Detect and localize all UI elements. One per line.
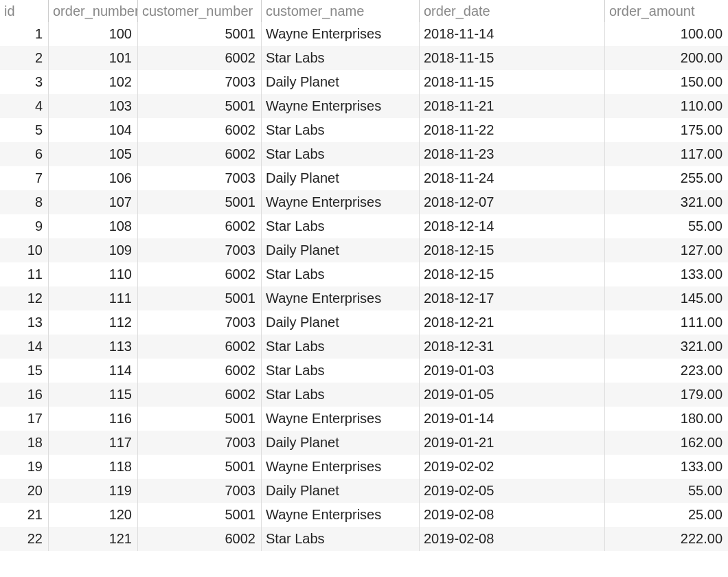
cell-customer-name: Star Labs: [261, 527, 419, 551]
cell-id: 17: [0, 407, 48, 431]
table-row[interactable]: 151146002Star Labs2019-01-03223.00: [0, 359, 728, 383]
cell-customer-name: Wayne Enterprises: [261, 286, 419, 310]
cell-customer-number: 6002: [137, 46, 261, 70]
table-row[interactable]: 201197003Daily Planet2019-02-0555.00: [0, 479, 728, 503]
cell-customer-name: Star Labs: [261, 262, 419, 286]
cell-customer-name: Wayne Enterprises: [261, 407, 419, 431]
table-row[interactable]: 131127003Daily Planet2018-12-21111.00: [0, 310, 728, 335]
cell-customer-number: 5001: [137, 455, 261, 479]
cell-order-amount: 55.00: [604, 214, 728, 238]
cell-order-date: 2018-11-22: [419, 118, 604, 142]
cell-order-amount: 200.00: [604, 46, 728, 70]
cell-order-date: 2018-11-15: [419, 70, 604, 94]
cell-order-date: 2019-01-03: [419, 359, 604, 383]
cell-order-date: 2018-11-15: [419, 46, 604, 70]
cell-customer-number: 6002: [137, 359, 261, 383]
table-row[interactable]: 141136002Star Labs2018-12-31321.00: [0, 335, 728, 359]
cell-customer-name: Star Labs: [261, 142, 419, 166]
cell-customer-name: Star Labs: [261, 335, 419, 359]
cell-id: 4: [0, 94, 48, 118]
cell-order-date: 2018-11-21: [419, 94, 604, 118]
cell-order-number: 101: [48, 46, 137, 70]
table-row[interactable]: 51046002Star Labs2018-11-22175.00: [0, 118, 728, 142]
table-row[interactable]: 31027003Daily Planet2018-11-15150.00: [0, 70, 728, 94]
col-header-order-amount[interactable]: order_amount: [604, 0, 728, 22]
table-row[interactable]: 211205001Wayne Enterprises2019-02-0825.0…: [0, 503, 728, 527]
cell-customer-name: Daily Planet: [261, 310, 419, 335]
cell-order-amount: 110.00: [604, 94, 728, 118]
cell-order-number: 115: [48, 383, 137, 407]
cell-customer-number: 5001: [137, 286, 261, 310]
cell-customer-number: 5001: [137, 22, 261, 46]
cell-id: 13: [0, 310, 48, 335]
cell-order-amount: 100.00: [604, 22, 728, 46]
cell-order-number: 119: [48, 479, 137, 503]
cell-id: 16: [0, 383, 48, 407]
cell-order-number: 118: [48, 455, 137, 479]
cell-order-number: 120: [48, 503, 137, 527]
cell-id: 7: [0, 166, 48, 190]
cell-order-amount: 175.00: [604, 118, 728, 142]
cell-order-date: 2019-02-02: [419, 455, 604, 479]
cell-customer-number: 6002: [137, 142, 261, 166]
table-row[interactable]: 161156002Star Labs2019-01-05179.00: [0, 383, 728, 407]
cell-customer-name: Daily Planet: [261, 238, 419, 262]
cell-order-number: 109: [48, 238, 137, 262]
cell-order-date: 2019-01-05: [419, 383, 604, 407]
cell-order-amount: 111.00: [604, 310, 728, 335]
cell-order-date: 2018-11-24: [419, 166, 604, 190]
cell-order-number: 116: [48, 407, 137, 431]
cell-customer-number: 6002: [137, 335, 261, 359]
cell-order-date: 2018-12-14: [419, 214, 604, 238]
col-header-customer-name[interactable]: customer_name: [261, 0, 419, 22]
cell-customer-name: Wayne Enterprises: [261, 455, 419, 479]
cell-id: 2: [0, 46, 48, 70]
table-row[interactable]: 81075001Wayne Enterprises2018-12-07321.0…: [0, 190, 728, 214]
table-row[interactable]: 71067003Daily Planet2018-11-24255.00: [0, 166, 728, 190]
cell-order-date: 2019-01-14: [419, 407, 604, 431]
cell-order-number: 113: [48, 335, 137, 359]
table-row[interactable]: 121115001Wayne Enterprises2018-12-17145.…: [0, 286, 728, 310]
table-row[interactable]: 11005001Wayne Enterprises2018-11-14100.0…: [0, 22, 728, 46]
col-header-customer-number[interactable]: customer_number: [137, 0, 261, 22]
cell-order-amount: 162.00: [604, 431, 728, 455]
table-row[interactable]: 41035001Wayne Enterprises2018-11-21110.0…: [0, 94, 728, 118]
table-row[interactable]: 101097003Daily Planet2018-12-15127.00: [0, 238, 728, 262]
table-row[interactable]: 21016002Star Labs2018-11-15200.00: [0, 46, 728, 70]
cell-order-number: 114: [48, 359, 137, 383]
cell-customer-number: 7003: [137, 166, 261, 190]
cell-order-number: 100: [48, 22, 137, 46]
cell-customer-number: 7003: [137, 431, 261, 455]
table-row[interactable]: 191185001Wayne Enterprises2019-02-02133.…: [0, 455, 728, 479]
cell-customer-number: 7003: [137, 310, 261, 335]
table-row[interactable]: 181177003Daily Planet2019-01-21162.00: [0, 431, 728, 455]
cell-order-amount: 321.00: [604, 190, 728, 214]
cell-order-date: 2019-02-08: [419, 527, 604, 551]
cell-customer-number: 5001: [137, 190, 261, 214]
cell-customer-number: 6002: [137, 262, 261, 286]
cell-customer-number: 7003: [137, 238, 261, 262]
table-header-row: id order_number customer_number customer…: [0, 0, 728, 22]
cell-order-number: 111: [48, 286, 137, 310]
cell-order-number: 104: [48, 118, 137, 142]
col-header-order-date[interactable]: order_date: [419, 0, 604, 22]
cell-order-number: 107: [48, 190, 137, 214]
table-row[interactable]: 171165001Wayne Enterprises2019-01-14180.…: [0, 407, 728, 431]
table-row[interactable]: 61056002Star Labs2018-11-23117.00: [0, 142, 728, 166]
cell-customer-name: Daily Planet: [261, 70, 419, 94]
col-header-id[interactable]: id: [0, 0, 48, 22]
table-row[interactable]: 111106002Star Labs2018-12-15133.00: [0, 262, 728, 286]
cell-id: 1: [0, 22, 48, 46]
cell-customer-name: Wayne Enterprises: [261, 94, 419, 118]
col-header-order-number[interactable]: order_number: [48, 0, 137, 22]
cell-customer-number: 7003: [137, 70, 261, 94]
table-row[interactable]: 221216002Star Labs2019-02-08222.00: [0, 527, 728, 551]
cell-order-number: 117: [48, 431, 137, 455]
cell-order-number: 108: [48, 214, 137, 238]
cell-id: 15: [0, 359, 48, 383]
cell-order-number: 121: [48, 527, 137, 551]
table-row[interactable]: 91086002Star Labs2018-12-1455.00: [0, 214, 728, 238]
cell-customer-number: 5001: [137, 94, 261, 118]
cell-order-amount: 180.00: [604, 407, 728, 431]
cell-order-date: 2019-02-08: [419, 503, 604, 527]
